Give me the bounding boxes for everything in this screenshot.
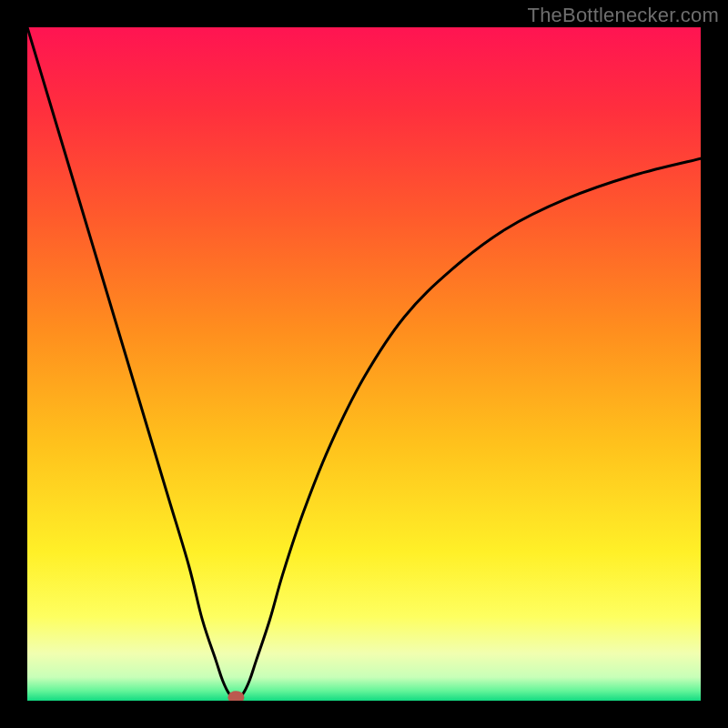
plot-area — [27, 27, 701, 701]
watermark-text: TheBottlenecker.com — [528, 4, 719, 27]
chart-svg — [27, 27, 701, 701]
chart-frame: TheBottlenecker.com — [0, 0, 728, 728]
